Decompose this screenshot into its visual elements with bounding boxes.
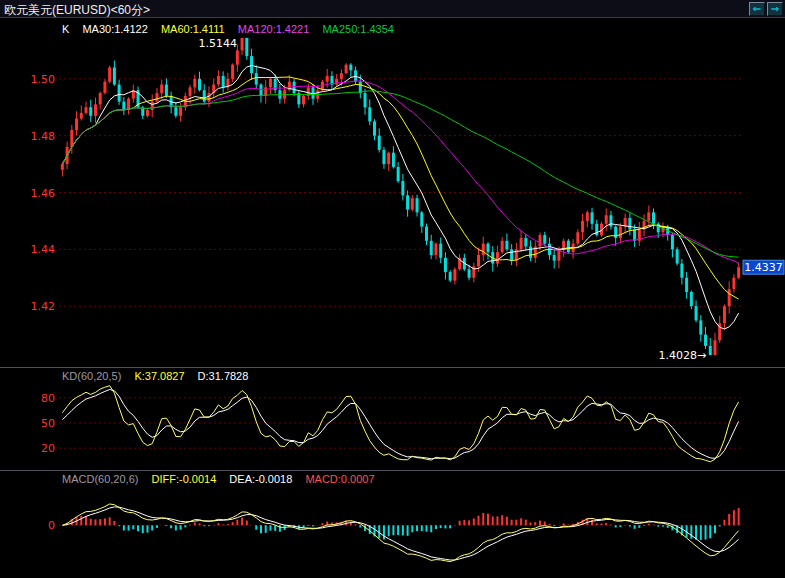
title-bar: 欧元美元(EURUSD)<60分> ⇐ ⇒ xyxy=(0,0,785,18)
macd-diff-value: DIFF:-0.0014 xyxy=(151,473,216,485)
nav-buttons: ⇐ ⇒ xyxy=(749,2,783,16)
kd-params-label: KD(60,20,5) xyxy=(62,370,121,382)
scroll-left-button[interactable]: ⇐ xyxy=(749,2,765,16)
svg-text:1.46: 1.46 xyxy=(31,187,56,200)
svg-text:1.4337: 1.4337 xyxy=(744,261,783,274)
macd-params-label: MACD(60,20,6) xyxy=(62,473,138,485)
kd-chart[interactable]: 805020 xyxy=(0,368,785,470)
kd-header: KD(60,20,5) K:37.0827 D:31.7828 xyxy=(62,370,258,382)
ma30-value: MA30:1.4122 xyxy=(82,23,147,35)
svg-text:1.42: 1.42 xyxy=(31,300,56,313)
macd-chart[interactable]: 0 xyxy=(0,471,785,578)
ma120-value: MA120:1.4221 xyxy=(238,23,310,35)
svg-text:0: 0 xyxy=(48,519,55,532)
kd-panel: 805020 KD(60,20,5) K:37.0827 D:31.7828 xyxy=(0,367,785,470)
macd-header: MACD(60,20,6) DIFF:-0.0014 DEA:-0.0018 M… xyxy=(62,473,385,485)
svg-text:80: 80 xyxy=(41,392,55,405)
price-panel: 1.501.481.461.441.421.51441.4028→1.4337 … xyxy=(0,18,785,367)
kd-d-value: D:31.7828 xyxy=(198,370,249,382)
macd-panel: 0 MACD(60,20,6) DIFF:-0.0014 DEA:-0.0018… xyxy=(0,470,785,578)
macd-dea-value: DEA:-0.0018 xyxy=(229,473,292,485)
svg-text:20: 20 xyxy=(41,442,55,455)
scroll-right-button[interactable]: ⇒ xyxy=(767,2,783,16)
trough-annotation: 1.4028→ xyxy=(659,349,707,362)
candlestick-chart[interactable]: 1.501.481.461.441.421.51441.4028→1.4337 xyxy=(0,18,785,367)
window-title: 欧元美元(EURUSD)<60分> xyxy=(0,2,150,19)
chart-window: 欧元美元(EURUSD)<60分> ⇐ ⇒ 1.501.481.461.441.… xyxy=(0,0,785,578)
kd-k-value: K:37.0827 xyxy=(134,370,184,382)
ma250-value: MA250:1.4354 xyxy=(322,23,394,35)
peak-annotation: 1.5144 xyxy=(199,37,238,50)
k-indicator-label: K xyxy=(62,23,69,35)
svg-text:1.44: 1.44 xyxy=(31,243,56,256)
svg-text:1.50: 1.50 xyxy=(31,73,56,86)
svg-text:1.48: 1.48 xyxy=(31,130,56,143)
ma-legend: K MA30:1.4122 MA60:1.4111 MA120:1.4221 M… xyxy=(62,23,404,35)
svg-text:50: 50 xyxy=(41,417,55,430)
macd-macd-value: MACD:0.0007 xyxy=(305,473,374,485)
candles xyxy=(61,38,740,355)
ma60-value: MA60:1.4111 xyxy=(161,23,225,35)
